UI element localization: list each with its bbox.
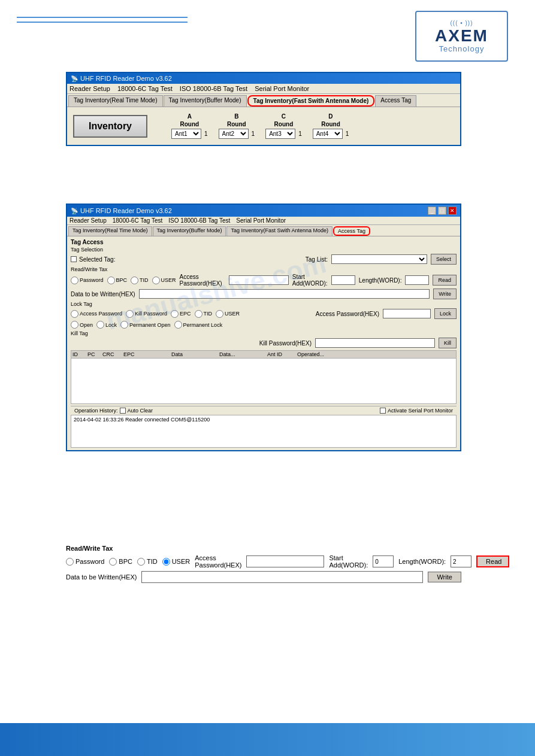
bottom-radio-user-label[interactable]: USER <box>162 558 191 566</box>
lock-button[interactable]: Lock <box>434 308 457 319</box>
antenna-d-row: Ant4 1 <box>313 129 349 139</box>
ant1-select[interactable]: Ant1 <box>171 129 201 139</box>
window1: 📡 UHF RFID Reader Demo v3.62 Reader Setu… <box>66 72 461 146</box>
select-button[interactable]: Select <box>431 254 457 265</box>
menu-18000-6c[interactable]: 18000-6C Tag Test <box>117 85 173 92</box>
antenna-group-b: B Round Ant2 1 <box>219 113 255 139</box>
w2-menu-serial[interactable]: Serial Port Monitor <box>236 217 286 224</box>
menu-reader-setup[interactable]: Reader Setup <box>69 85 110 92</box>
w2-tab-buffer[interactable]: Tag Inventory(Buffer Mode) <box>153 226 226 236</box>
minimize-button[interactable]: _ <box>428 207 436 215</box>
lock-type-perm-open[interactable]: Permanent Open <box>120 321 171 329</box>
tab-buffer[interactable]: Tag Inventory(Buffer Mode) <box>164 95 247 107</box>
menu-18000-6b[interactable]: ISO 18000-6B Tag Test <box>180 85 247 92</box>
radio-bpc-label[interactable]: BPC <box>107 277 128 284</box>
lock-radio-kill-input[interactable] <box>126 310 134 318</box>
activate-serial-checkbox[interactable] <box>380 408 386 414</box>
bottom-length-input[interactable] <box>451 555 471 567</box>
lock-radio-tid[interactable]: TID <box>195 310 213 318</box>
tab-access[interactable]: Access Tag <box>375 95 416 107</box>
signal-icon: ((( • ))) <box>450 20 473 26</box>
close-button[interactable]: ✕ <box>448 207 457 215</box>
write-button[interactable]: Write <box>433 289 457 299</box>
antenna-group-d: D Round Ant4 1 <box>313 113 349 139</box>
w2-menu-18000-6c[interactable]: 18000-6C Tag Test <box>113 217 163 224</box>
bottom-start-add-label: Start Add(WORD): <box>329 554 368 569</box>
logo-name: AXEM <box>435 28 488 44</box>
bottom-radio-tid-label[interactable]: TID <box>137 558 158 566</box>
bottom-radio-tid-input[interactable] <box>137 558 145 566</box>
selected-tag-row: Selected Tag: Tag List: Select <box>71 254 457 265</box>
activate-serial-row: Activate Serial Port Monitor <box>380 408 453 414</box>
tag-selection-label: Tag Selection <box>71 247 457 253</box>
bottom-data-written-input[interactable] <box>141 571 423 583</box>
menu-serial[interactable]: Serial Port Monitor <box>255 85 309 92</box>
radio-user-label[interactable]: USER <box>152 277 176 284</box>
radio-bpc-input[interactable] <box>107 277 115 284</box>
tab-realtime[interactable]: Tag Inventory(Real Time Mode) <box>68 95 163 107</box>
bottom-write-button[interactable]: Write <box>428 572 461 582</box>
window2-body: Tag Access Tag Selection Selected Tag: T… <box>67 236 460 450</box>
w2-menu-18000-6b[interactable]: ISO 18000-6B Tag Test <box>168 217 230 224</box>
w2-tab-realtime[interactable]: Tag Inventory(Real Time Mode) <box>68 226 152 236</box>
radio-tid-label[interactable]: TID <box>131 277 149 284</box>
lock-type-row: Open Lock Permanent Open Permanent Lock <box>71 321 457 329</box>
window2: 📡 UHF RFID Reader Demo v3.62 _ □ ✕ Reade… <box>66 204 461 451</box>
w2-tab-fast[interactable]: Tag Inventory(Fast Swith Antenna Mode) <box>226 226 333 236</box>
kill-button[interactable]: Kill <box>439 338 457 348</box>
antenna-b-row: Ant2 1 <box>219 129 255 139</box>
lock-type-perm-lock[interactable]: Permanent Lock <box>174 321 223 329</box>
bottom-access-pwd-input[interactable] <box>246 555 324 567</box>
access-pwd-input[interactable] <box>229 275 289 285</box>
lock-radio-kill-pwd[interactable]: Kill Password <box>126 310 167 318</box>
lock-radio-user-input[interactable] <box>216 310 223 318</box>
data-written-input[interactable] <box>139 289 430 299</box>
rfid-icon: 📡 <box>71 75 78 82</box>
tab-fast-switch[interactable]: Tag Inventory(Fast Swith Antenna Mode) <box>247 95 375 107</box>
bottom-read-button[interactable]: Read <box>476 555 509 567</box>
round-d-label: Round <box>321 121 340 127</box>
radio-password-label[interactable]: Password <box>71 277 104 284</box>
bottom-radio-password-label[interactable]: Password <box>66 558 104 566</box>
lock-radio-access-pwd[interactable]: Access Password <box>71 310 122 318</box>
radio-tid-input[interactable] <box>131 277 138 284</box>
inventory-button[interactable]: Inventory <box>73 115 147 138</box>
antenna-groups: A Round Ant1 1 B Round Ant2 1 <box>171 113 349 139</box>
length-input[interactable] <box>405 275 429 285</box>
maximize-button[interactable]: □ <box>438 207 446 215</box>
bottom-radio-bpc-label[interactable]: BPC <box>109 558 132 566</box>
access-pwd2-input[interactable] <box>383 309 431 318</box>
selected-tag-checkbox[interactable] <box>71 256 77 262</box>
lock-radio-epc-input[interactable] <box>171 310 179 318</box>
w2-menu-reader-setup[interactable]: Reader Setup <box>69 217 107 224</box>
start-add-input[interactable] <box>331 275 355 285</box>
lock-radio-tid-input[interactable] <box>195 310 202 318</box>
bottom-start-add-input[interactable] <box>373 555 394 567</box>
tag-list-dropdown[interactable] <box>331 254 427 264</box>
top-line-2 <box>17 22 188 23</box>
lock-radio-user[interactable]: USER <box>216 310 240 318</box>
read-button[interactable]: Read <box>433 275 457 286</box>
radio-user-input[interactable] <box>152 277 160 284</box>
operation-history-row: Operation History: Auto Clear <box>74 408 153 414</box>
col-data: Data <box>171 351 219 357</box>
lock-radio-epc[interactable]: EPC <box>171 310 191 318</box>
lock-radio-access-input[interactable] <box>71 310 78 318</box>
lock-type-lock[interactable]: Lock <box>96 321 117 329</box>
ant4-select[interactable]: Ant4 <box>313 129 343 139</box>
ant2-select[interactable]: Ant2 <box>219 129 249 139</box>
lock-tag-label: Lock Tag <box>71 301 457 307</box>
kill-pwd-input[interactable] <box>315 338 435 348</box>
data-table-rows <box>71 359 456 400</box>
rw-tax-label: Read/Write Tax <box>71 266 457 272</box>
ant3-select[interactable]: Ant3 <box>265 129 295 139</box>
radio-password-input[interactable] <box>71 277 78 284</box>
lock-type-open[interactable]: Open <box>71 321 93 329</box>
w2-tab-access[interactable]: Access Tag <box>333 226 370 236</box>
bottom-radio-user-input[interactable] <box>162 558 170 566</box>
status-bar: Operation History: Auto Clear Activate S… <box>71 406 457 415</box>
auto-clear-checkbox[interactable] <box>120 408 126 414</box>
window-controls: _ □ ✕ <box>428 207 457 215</box>
bottom-radio-password-input[interactable] <box>66 558 74 566</box>
bottom-radio-bpc-input[interactable] <box>109 558 117 566</box>
